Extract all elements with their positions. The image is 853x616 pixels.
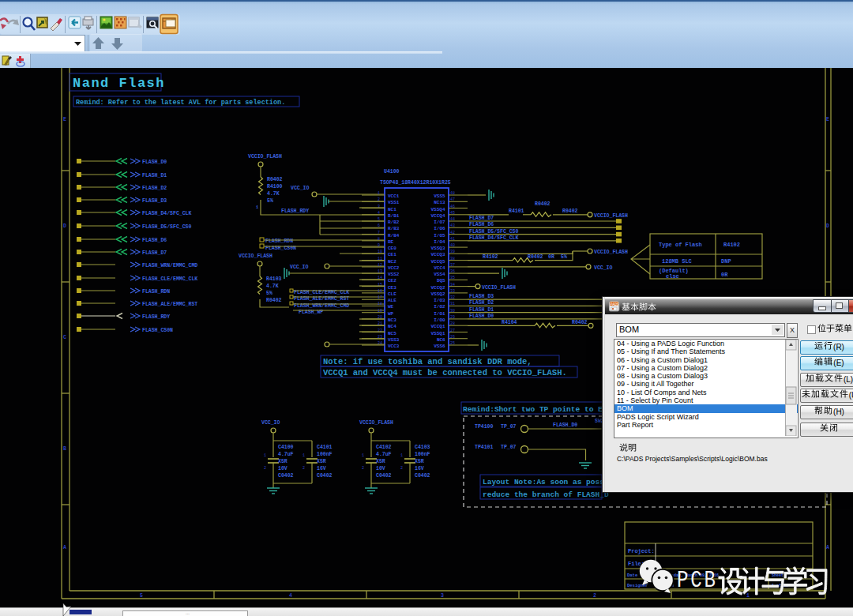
- svg-text:A: A: [63, 545, 66, 550]
- svg-text:U4100: U4100: [384, 169, 400, 175]
- svg-text:R4100: R4100: [267, 184, 283, 190]
- svg-text:36: 36: [450, 269, 455, 274]
- svg-text:43: 43: [450, 223, 455, 228]
- svg-text:R4102: R4102: [723, 242, 740, 248]
- svg-text:PCB: PCB: [677, 567, 716, 594]
- svg-text:Sheet: Sheet: [772, 573, 783, 578]
- svg-text:FLASH_D1: FLASH_D1: [469, 307, 494, 313]
- svg-text:R4103: R4103: [266, 276, 282, 282]
- svg-text:1: 1: [362, 453, 364, 458]
- svg-text:VSSQ1: VSSQ1: [431, 331, 445, 336]
- svg-text:0R: 0R: [721, 272, 728, 278]
- svg-text:FLASH_D7: FLASH_D7: [469, 216, 494, 221]
- svg-text:FLASH_D4/SFC_CLK: FLASH_D4/SFC_CLK: [142, 211, 192, 216]
- svg-text:Type of Flash: Type of Flash: [659, 242, 702, 248]
- svg-text:I/O3: I/O3: [434, 298, 445, 303]
- svg-text:5: 5: [140, 593, 143, 599]
- svg-text:37: 37: [450, 263, 455, 268]
- svg-text:VCCIO_FLASH: VCCIO_FLASH: [359, 420, 393, 426]
- svg-text:VCC4: VCC4: [434, 265, 445, 271]
- svg-text:29: 29: [450, 315, 455, 320]
- svg-text:R0402: R0402: [267, 177, 283, 182]
- svg-text:FLASH_RDN: FLASH_RDN: [265, 239, 293, 244]
- svg-text:16: 16: [378, 289, 382, 294]
- svg-text:Remind: Refer to the latest AV: Remind: Refer to the latest AVL for part…: [76, 99, 285, 107]
- svg-text:FLASH_WRN/EMMC_CMD: FLASH_WRN/EMMC_CMD: [142, 263, 197, 269]
- svg-text:C0402: C0402: [317, 473, 333, 479]
- svg-text:RE: RE: [388, 239, 394, 245]
- svg-text:5%: 5%: [561, 254, 567, 260]
- svg-text:4.7uF: 4.7uF: [278, 452, 294, 457]
- svg-text:VCCQ4: VCCQ4: [431, 213, 445, 219]
- svg-text:38: 38: [450, 257, 455, 261]
- svg-text:VCCQ1: VCCQ1: [431, 324, 445, 329]
- svg-text:VCC_IO: VCC_IO: [291, 186, 310, 191]
- svg-text:FLASH_D3: FLASH_D3: [142, 198, 167, 204]
- svg-text:TP4100: TP4100: [475, 424, 494, 430]
- svg-text:FLASH_D5/SFC_CS0: FLASH_D5/SFC_CS0: [142, 224, 192, 230]
- svg-text:CE3: CE3: [388, 285, 396, 291]
- svg-text:FLASH_D5/SFC_CS0: FLASH_D5/SFC_CS0: [469, 229, 519, 235]
- svg-text:2: 2: [378, 197, 380, 202]
- svg-text:FLASH_D2: FLASH_D2: [142, 186, 167, 191]
- svg-text:CE0: CE0: [388, 246, 396, 251]
- svg-text:34: 34: [450, 283, 455, 287]
- svg-text:FLASH_D3: FLASH_D3: [469, 294, 494, 299]
- svg-text:16V: 16V: [317, 466, 326, 471]
- svg-text:FLASH_D0: FLASH_D0: [142, 160, 167, 165]
- svg-text:R0402: R0402: [572, 320, 588, 325]
- svg-text:X5R: X5R: [278, 459, 287, 464]
- svg-text:5: 5: [378, 217, 380, 222]
- svg-text:Nand Flash: Nand Flash: [73, 76, 165, 91]
- svg-text:FLASH_CLE/EMMC_CLK: FLASH_CLE/EMMC_CLK: [142, 276, 197, 282]
- svg-text:FLASH_D6: FLASH_D6: [469, 222, 494, 227]
- svg-text:Layout Note:As soon as possi: Layout Note:As soon as possi: [483, 478, 609, 486]
- svg-text:1: 1: [256, 205, 258, 210]
- svg-text:VCC_IO: VCC_IO: [594, 265, 613, 271]
- svg-text:24: 24: [378, 341, 382, 346]
- svg-text:42: 42: [450, 231, 455, 235]
- svg-text:Project:: Project:: [628, 548, 655, 554]
- svg-text:VCCQ1 and VCCQ4 must be connec: VCCQ1 and VCCQ4 must be connected to VCC…: [323, 368, 567, 377]
- svg-text:5%: 5%: [266, 291, 272, 296]
- svg-text:10V: 10V: [376, 466, 385, 471]
- svg-text:C0402: C0402: [278, 473, 294, 479]
- svg-text:NC6: NC6: [437, 337, 445, 343]
- svg-text:128MB SLC: 128MB SLC: [662, 258, 692, 265]
- svg-text:DNP: DNP: [721, 258, 731, 265]
- svg-text:CLE: CLE: [388, 291, 396, 297]
- svg-text:1: 1: [400, 453, 403, 458]
- svg-text:FLASH_RDN: FLASH_RDN: [142, 289, 170, 295]
- svg-text:4: 4: [378, 211, 380, 216]
- svg-text:FLASH_D2: FLASH_D2: [469, 300, 494, 306]
- svg-text:FLASH_D0: FLASH_D0: [553, 423, 577, 428]
- svg-text:DQS: DQS: [437, 278, 445, 284]
- svg-text:46: 46: [450, 205, 455, 209]
- svg-text:R4101: R4101: [509, 208, 524, 214]
- svg-text:FLASH_RDY: FLASH_RDY: [281, 208, 309, 214]
- svg-text:1: 1: [378, 191, 380, 196]
- svg-text:R/B4: R/B4: [388, 233, 400, 239]
- svg-text:Note: if use toshiba and sandi: Note: if use toshiba and sandisk DDR mod…: [323, 357, 532, 366]
- svg-text:5%: 5%: [267, 198, 273, 204]
- svg-text:NC5: NC5: [388, 331, 396, 336]
- svg-text:4.7K: 4.7K: [266, 284, 279, 289]
- svg-text:WE: WE: [388, 304, 394, 310]
- svg-text:1: 1: [746, 593, 750, 599]
- svg-text:VCCQ2: VCCQ2: [431, 285, 445, 291]
- svg-text:30: 30: [450, 309, 455, 314]
- svg-text:2: 2: [362, 466, 364, 471]
- svg-text:E: E: [63, 117, 66, 122]
- svg-text:FLASH_RDY: FLASH_RDY: [142, 314, 170, 320]
- svg-text:C4100: C4100: [278, 445, 294, 450]
- svg-text:FLASH_D1: FLASH_D1: [142, 173, 167, 178]
- svg-text:VCCIO_FLASH: VCCIO_FLASH: [239, 254, 272, 259]
- svg-text:31: 31: [450, 302, 455, 306]
- svg-text:C4103: C4103: [415, 445, 430, 450]
- svg-text:FLASH_CS0N: FLASH_CS0N: [142, 328, 173, 333]
- svg-text:12: 12: [378, 263, 382, 268]
- svg-text:VSS3: VSS3: [388, 337, 400, 343]
- svg-text:NC3: NC3: [388, 317, 396, 323]
- svg-text:I/O5: I/O5: [434, 233, 445, 239]
- svg-text:I/O6: I/O6: [434, 226, 445, 231]
